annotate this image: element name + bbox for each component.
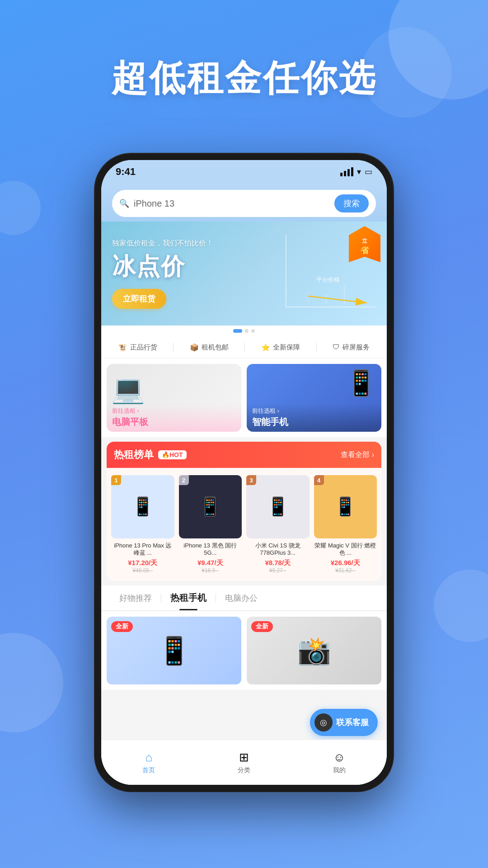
- product-img-2: 📱: [179, 475, 242, 538]
- product-name-1: iPhone 13 Pro Max 远峰蓝 ...: [111, 542, 174, 557]
- status-time: 9:41: [116, 166, 136, 178]
- bottom-nav: ⌂ 首页 ⊞ 分类 ☺ 我的: [101, 740, 387, 785]
- computer-image: 💻: [111, 373, 145, 405]
- search-input[interactable]: iPhone 13: [134, 198, 330, 209]
- grid-phone-icon-2: 📸: [297, 635, 331, 667]
- cs-icon: ◎: [314, 713, 333, 731]
- categories-icon: ⊞: [239, 750, 249, 764]
- product-img-1: 📱: [111, 475, 174, 538]
- status-bar: 9:41 ▾ ▭: [101, 160, 387, 184]
- feature-authentic: 🐮 正品行货: [118, 343, 157, 352]
- product-tabs: 好物推荐 热租手机 电脑办公: [101, 585, 387, 611]
- signal-icon: [340, 167, 353, 176]
- rank-badge-3: 3: [246, 475, 256, 485]
- bg-decoration-3: [0, 633, 63, 732]
- search-bar[interactable]: 🔍 iPhone 13 搜索: [112, 190, 376, 217]
- categories-label: 分类: [238, 766, 250, 774]
- rank-badge-1: 1: [111, 475, 121, 485]
- phone-label: 前往选租 › 智能手机: [247, 403, 381, 432]
- nav-profile[interactable]: ☺ 我的: [291, 740, 387, 785]
- bg-decoration-4: [434, 570, 488, 642]
- svg-line-4: [308, 296, 367, 303]
- hot-product-1[interactable]: 1 📱 iPhone 13 Pro Max 远峰蓝 ... ¥17.20/天 ¥…: [111, 475, 174, 574]
- bg-decoration-5: [0, 181, 41, 235]
- profile-icon: ☺: [333, 750, 345, 764]
- product-price-2: ¥9.47/天: [197, 559, 223, 567]
- product-emoji-3: 📱: [267, 496, 289, 517]
- phone-category-name: 智能手机: [252, 416, 376, 428]
- battery-icon: ▭: [365, 167, 372, 177]
- tab-computer-office[interactable]: 电脑办公: [216, 586, 267, 610]
- search-button[interactable]: 搜索: [334, 194, 369, 212]
- product-img-3: 📱: [246, 475, 310, 538]
- banner-slogan: 独家低价租金，我们不怕比价！: [112, 239, 258, 248]
- grid-product-1[interactable]: 全新 📱: [107, 617, 241, 684]
- dot-2: [245, 329, 249, 333]
- banner-right: 市场价 平台价格: [258, 231, 376, 316]
- dot-1: [233, 329, 242, 333]
- save-bottom-text: 省: [361, 245, 369, 256]
- float-customer-service[interactable]: ◎ 联系客服: [310, 709, 378, 736]
- hot-product-4[interactable]: 4 📱 荣耀 Magic V 国行 燃橙色 ... ¥26.96/天 ¥31.6…: [314, 475, 377, 574]
- banner-left: 独家低价租金，我们不怕比价！ 冰点价 立即租赁: [112, 239, 258, 309]
- product-orig-price-1: ¥48.05--: [132, 567, 153, 574]
- product-grid: 全新 📱 全新 📸: [101, 611, 387, 690]
- banner: 独家低价租金，我们不怕比价！ 冰点价 立即租赁 市场价 平台价格: [101, 222, 387, 326]
- new-badge-2: 全新: [251, 621, 273, 632]
- shipping-icon: 📦: [190, 343, 199, 352]
- banner-cta-button[interactable]: 立即租赁: [112, 289, 166, 309]
- rank-badge-2: 2: [179, 475, 189, 485]
- grid-product-2[interactable]: 全新 📸: [247, 617, 381, 684]
- product-name-3: 小米 Civi 1S 骁龙 778GPlus 3...: [246, 542, 310, 557]
- save-top-text: 立: [362, 237, 367, 245]
- shipping-label: 租机包邮: [202, 343, 229, 352]
- dot-3: [251, 329, 255, 333]
- hot-header: 热租榜单 🔥HOT 查看全部 ›: [107, 442, 381, 468]
- tab-good-picks[interactable]: 好物推荐: [110, 586, 161, 610]
- search-area: 🔍 iPhone 13 搜索: [101, 184, 387, 222]
- product-price-4: ¥26.96/天: [331, 559, 360, 567]
- hot-viewall-button[interactable]: 查看全部 ›: [341, 450, 374, 460]
- feature-divider-2: [244, 343, 245, 352]
- category-card-computer[interactable]: 💻 前往选租 › 电脑平板: [107, 364, 241, 432]
- new-badge-1: 全新: [111, 621, 133, 632]
- product-price-3: ¥8.78/天: [265, 559, 291, 567]
- product-name-4: 荣耀 Magic V 国行 燃橙色 ...: [314, 542, 377, 557]
- hot-badge: 🔥HOT: [158, 450, 187, 459]
- nav-home[interactable]: ⌂ 首页: [101, 740, 197, 785]
- product-emoji-4: 📱: [334, 496, 357, 517]
- banner-dots: [101, 326, 387, 336]
- hot-products-list: 1 📱 iPhone 13 Pro Max 远峰蓝 ... ¥17.20/天 ¥…: [107, 468, 381, 581]
- authentic-label: 正品行货: [130, 343, 157, 352]
- tab-hot-phones[interactable]: 热租手机: [161, 585, 216, 610]
- product-orig-price-2: ¥18.9--: [202, 567, 219, 574]
- computer-label: 前往选租 › 电脑平板: [107, 403, 241, 432]
- features-row: 🐮 正品行货 📦 租机包邮 ⭐ 全新保障 🛡 碎屏服务: [101, 336, 387, 359]
- hot-rent-section: 热租榜单 🔥HOT 查看全部 › 1 📱 iPhone 13 Pro Max 远…: [107, 442, 381, 581]
- feature-shipping: 📦 租机包邮: [190, 343, 229, 352]
- cs-label: 联系客服: [336, 717, 369, 728]
- phone-image: 📱: [346, 368, 377, 398]
- status-icons: ▾ ▭: [340, 167, 372, 177]
- guarantee-icon: ⭐: [261, 343, 270, 352]
- phone-outer-frame: 9:41 ▾ ▭ 🔍 iPhone 13 搜索: [95, 154, 393, 791]
- product-orig-price-4: ¥31.62--: [335, 567, 356, 574]
- nav-categories[interactable]: ⊞ 分类: [197, 740, 292, 785]
- feature-divider-3: [316, 343, 317, 352]
- category-card-phone[interactable]: 📱 前往选租 › 智能手机: [247, 364, 381, 432]
- feature-divider-1: [173, 343, 174, 352]
- phone-goto: 前往选租 ›: [252, 407, 376, 415]
- screen-icon: 🛡: [333, 343, 340, 351]
- chart-arrow: [308, 280, 371, 307]
- hot-product-2[interactable]: 2 📱 iPhone 13 黑色 国行 5G... ¥9.47/天 ¥18.9-…: [179, 475, 242, 574]
- hot-product-3[interactable]: 3 📱 小米 Civi 1S 骁龙 778GPlus 3... ¥8.78/天 …: [246, 475, 310, 574]
- authentic-icon: 🐮: [118, 343, 127, 352]
- feature-screen: 🛡 碎屏服务: [333, 343, 370, 352]
- rank-badge-4: 4: [314, 475, 324, 485]
- home-icon: ⌂: [145, 750, 152, 764]
- banner-title: 冰点价: [112, 251, 258, 283]
- computer-goto: 前往选租 ›: [112, 407, 236, 415]
- hero-title: 超低租金任你选: [0, 54, 488, 103]
- screen-label: 碎屏服务: [343, 343, 370, 352]
- chart-area: 市场价 平台价格: [258, 231, 376, 321]
